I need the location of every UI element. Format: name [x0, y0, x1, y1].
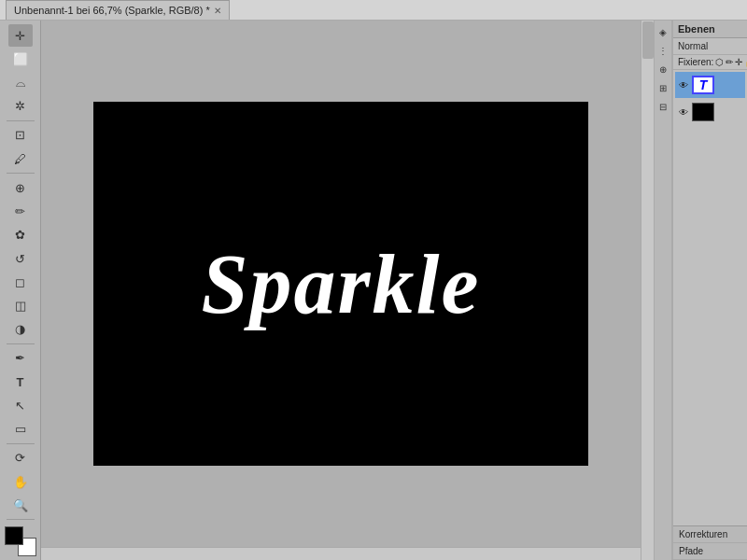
tab-label: Unbenannt-1 bei 66,7% (Sparkle, RGB/8) *	[14, 5, 210, 16]
canvas-area: Sparkle	[41, 21, 654, 560]
dodge-tool[interactable]: ◑	[8, 318, 33, 341]
3d-rotate-tool[interactable]: ⟳	[8, 447, 33, 469]
main-layout: ✛ ⬜ ⌓ ✲ ⊡ 🖊 ⊕ ✏ ✿ ↺ ◻ ◫ ◑ ✒ T ↖ ▭ ⟳ ✋ 🔍 …	[0, 21, 747, 560]
clone-stamp-tool[interactable]: ✿	[8, 224, 33, 246]
corrections-panel-header[interactable]: Korrekturen	[673, 526, 747, 543]
pen-tool[interactable]: ✒	[8, 347, 33, 370]
eyedropper-tool[interactable]: 🖊	[8, 147, 33, 170]
vertical-scrollbar[interactable]	[641, 21, 654, 560]
blend-mode-selector[interactable]: Normal	[678, 41, 742, 51]
title-bar: Unbenannt-1 bei 66,7% (Sparkle, RGB/8) *…	[0, 0, 747, 21]
remove-icon[interactable]: ⊟	[655, 99, 670, 114]
eraser-tool[interactable]: ◻	[8, 271, 33, 293]
layers-list: 👁 T 👁	[673, 70, 747, 525]
spot-heal-tool[interactable]: ⊕	[8, 176, 33, 199]
shape-tool[interactable]: ▭	[8, 418, 33, 441]
expand-icon[interactable]: ⊕	[655, 62, 670, 77]
lock-brush-icon[interactable]: ✏	[726, 57, 733, 67]
type-tool[interactable]: T	[8, 371, 33, 393]
magic-wand-tool[interactable]: ✲	[8, 95, 33, 118]
channels-icon[interactable]: ⋮	[655, 43, 670, 58]
canvas-wrapper: Sparkle	[41, 21, 641, 547]
tool-separator-4	[7, 443, 35, 444]
layers-panel: Ebenen Normal Fixieren: ⬡ ✏ ✛ 🔒 👁 T 👁	[672, 21, 747, 560]
panels-bottom: Korrekturen Pfade	[673, 525, 747, 560]
lock-move-icon[interactable]: ✛	[735, 57, 742, 67]
layers-blend-row: Normal	[673, 38, 747, 55]
layers-panel-header: Ebenen	[673, 21, 747, 38]
add-icon[interactable]: ⊞	[655, 80, 670, 95]
layer-thumbnail-fill	[692, 103, 714, 121]
layers-icon[interactable]: ◈	[655, 24, 670, 39]
hand-tool[interactable]: ✋	[8, 470, 33, 493]
tab-area: Unbenannt-1 bei 66,7% (Sparkle, RGB/8) *…	[6, 0, 230, 20]
tool-separator-5	[7, 519, 35, 520]
lasso-tool[interactable]: ⌓	[8, 71, 33, 93]
lock-transparent-icon[interactable]: ⬡	[715, 57, 724, 67]
color-swatches[interactable]	[5, 526, 36, 556]
horizontal-scrollbar[interactable]	[41, 547, 641, 560]
layers-fixieren-row: Fixieren: ⬡ ✏ ✛ 🔒	[673, 55, 747, 70]
fixieren-label: Fixieren:	[678, 57, 713, 67]
layer-text[interactable]: 👁 T	[675, 72, 745, 98]
layer-fill[interactable]: 👁	[675, 99, 745, 125]
right-tool-strip: ◈ ⋮ ⊕ ⊞ ⊟	[654, 21, 672, 560]
layers-panel-title: Ebenen	[678, 23, 715, 35]
foreground-color-swatch[interactable]	[5, 526, 23, 545]
move-tool[interactable]: ✛	[8, 24, 33, 47]
document-canvas: Sparkle	[93, 102, 588, 466]
corrections-label: Korrekturen	[679, 529, 727, 539]
layer-visibility-eye-fill[interactable]: 👁	[677, 105, 690, 119]
tool-separator-2	[7, 173, 35, 174]
brush-tool[interactable]: ✏	[8, 201, 33, 223]
tool-separator-3	[7, 343, 35, 344]
canvas-sparkle-text: Sparkle	[201, 236, 480, 332]
left-toolbar: ✛ ⬜ ⌓ ✲ ⊡ 🖊 ⊕ ✏ ✿ ↺ ◻ ◫ ◑ ✒ T ↖ ▭ ⟳ ✋ 🔍	[0, 21, 41, 560]
layer-thumbnail-text: T	[692, 76, 714, 94]
marquee-rect-tool[interactable]: ⬜	[8, 48, 33, 70]
history-brush-tool[interactable]: ↺	[8, 247, 33, 270]
paths-label: Pfade	[679, 546, 703, 556]
tool-separator-1	[7, 120, 35, 121]
gradient-tool[interactable]: ◫	[8, 294, 33, 316]
crop-tool[interactable]: ⊡	[8, 124, 33, 147]
zoom-tool[interactable]: 🔍	[8, 494, 33, 516]
document-tab[interactable]: Unbenannt-1 bei 66,7% (Sparkle, RGB/8) *…	[6, 0, 230, 20]
tab-close-button[interactable]: ✕	[214, 6, 221, 16]
path-select-tool[interactable]: ↖	[8, 394, 33, 416]
layer-visibility-eye[interactable]: 👁	[677, 78, 690, 91]
vertical-scroll-thumb[interactable]	[642, 21, 654, 59]
paths-panel-header[interactable]: Pfade	[673, 543, 747, 560]
